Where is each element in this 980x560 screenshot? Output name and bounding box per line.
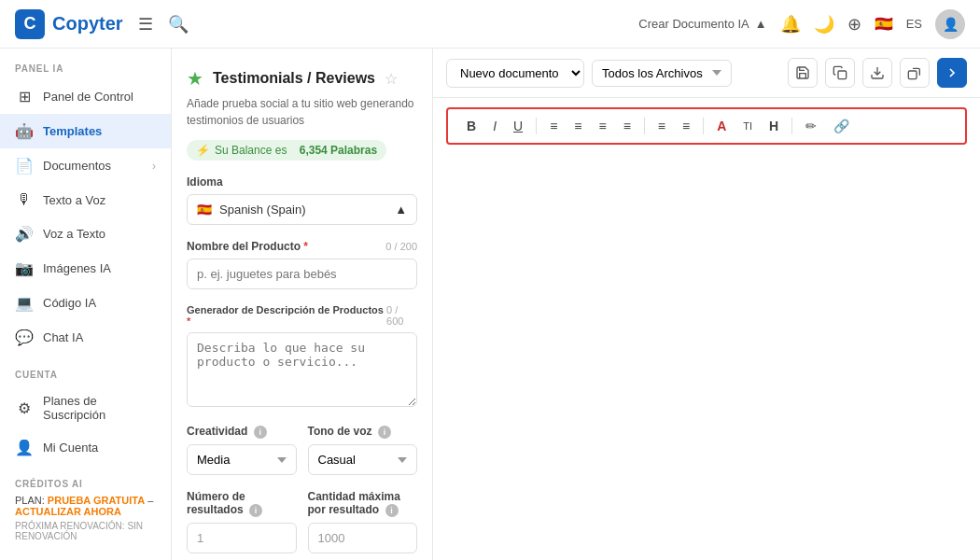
link-button[interactable]: 🔗 (828, 117, 855, 135)
sidebar-item-imagenes[interactable]: 📷 Imágenes IA (0, 251, 171, 286)
speaker-icon: 🔊 (15, 225, 34, 243)
sidebar-item-label: Planes de Suscripción (43, 394, 156, 422)
generate-button[interactable] (937, 58, 967, 88)
language-select[interactable]: 🇪🇸 Spanish (Spain) ▲ (187, 194, 417, 225)
user-icon: 👤 (15, 439, 34, 456)
notifications-icon[interactable]: 🔔 (780, 14, 801, 35)
idioma-label: Idioma (187, 175, 417, 189)
bold-button[interactable]: B (461, 117, 482, 135)
creatividad-select[interactable]: Media Baja Alta (187, 444, 297, 475)
cantidad-info-icon[interactable]: i (385, 504, 399, 517)
logo-icon: C (15, 9, 45, 39)
chevron-up-icon: ▲ (395, 203, 407, 217)
font-color-button[interactable]: A (711, 117, 732, 135)
content-area: ★ Testimonials / Reviews ☆ Añade prueba … (172, 49, 980, 560)
numero-input[interactable] (187, 523, 297, 553)
todos-archivos-select[interactable]: Todos los Archivos (592, 60, 732, 87)
plan-action-link[interactable]: ACTUALIZAR AHORA (15, 506, 121, 517)
underline-button[interactable]: U (508, 117, 528, 135)
nombre-producto-group: Nombre del Producto * 0 / 200 (187, 240, 417, 289)
sidebar-item-panel-control[interactable]: ⊞ Panel de Control (0, 79, 171, 114)
menu-icon[interactable]: ☰ (138, 14, 153, 35)
generador-textarea[interactable] (187, 332, 417, 407)
duplicate-doc-button[interactable] (900, 58, 930, 88)
code-icon: 💻 (15, 294, 34, 312)
panel-ia-label: PANEL IA (0, 49, 171, 79)
favorite-icon[interactable]: ☆ (385, 70, 398, 88)
search-icon[interactable]: 🔍 (168, 14, 189, 35)
creatividad-label: Creatividad i (187, 425, 297, 439)
sidebar: PANEL IA ⊞ Panel de Control 🤖 Templates … (0, 49, 172, 560)
plan-info: PLAN: PRUEBA GRATUITA – ACTUALIZAR AHORA (15, 495, 156, 517)
grid-icon: ⊞ (15, 88, 34, 105)
editor-format-bar: B I U ≡ ≡ ≡ ≡ ≡ ≡ A TI H ✏ 🔗 (446, 107, 967, 145)
heading-button[interactable]: H (763, 117, 784, 135)
tono-group: Tono de voz i Casual Formal Amistoso (308, 425, 418, 475)
creatividad-info-icon[interactable]: i (254, 426, 267, 439)
ai-icon: 🤖 (15, 122, 34, 140)
numero-cantidad-row: Número de resultados i Cantidad máxima p… (187, 490, 417, 560)
tono-info-icon[interactable]: i (378, 426, 391, 439)
sidebar-item-label: Texto a Voz (43, 193, 105, 207)
numero-group: Número de resultados i (187, 490, 297, 553)
sidebar-item-label: Mi Cuenta (43, 441, 98, 455)
cantidad-label: Cantidad máxima por resultado i (308, 490, 418, 517)
cantidad-input[interactable] (308, 523, 418, 553)
plans-icon: ⚙ (15, 399, 34, 417)
sidebar-item-codigo[interactable]: 💻 Código IA (0, 286, 171, 320)
balance-value: 6,354 Palabras (300, 144, 377, 157)
language-flag: 🇪🇸 (197, 203, 212, 217)
generador-counter: 0 / 600 (386, 304, 417, 327)
nombre-input[interactable] (187, 259, 417, 289)
nombre-label-row: Nombre del Producto * 0 / 200 (187, 240, 417, 253)
ordered-list-button[interactable]: ≡ (652, 117, 671, 135)
required-marker: * (301, 240, 308, 253)
template-title: Testimonials / Reviews (213, 70, 375, 87)
balance-badge: ⚡ Su Balance es 6,354 Palabras (187, 140, 386, 161)
editor-toolbar-top: Nuevo documento Todos los Archivos (433, 49, 980, 98)
topnav-left: C Copyter ☰ 🔍 (15, 9, 189, 39)
star-icon: ★ (187, 67, 203, 90)
save-doc-button[interactable] (788, 58, 818, 88)
align-justify-button[interactable]: ≡ (618, 117, 637, 135)
sidebar-item-label: Código IA (43, 296, 96, 310)
logo-name: Copyter (52, 13, 123, 35)
crear-documento-button[interactable]: Crear Documento IA ▲ (638, 17, 766, 31)
sidebar-item-planes[interactable]: ⚙ Planes de Suscripción (0, 385, 171, 430)
plan-type-link[interactable]: PRUEBA GRATUITA (48, 495, 145, 506)
sidebar-item-label: Voz a Texto (43, 227, 105, 241)
chevron-up-icon: ▲ (755, 17, 767, 31)
language-value: Spanish (Spain) (219, 203, 306, 217)
fullscreen-icon[interactable]: ⊕ (847, 14, 861, 35)
numero-label: Número de resultados i (187, 490, 297, 517)
download-doc-button[interactable] (862, 58, 892, 88)
sidebar-item-documentos[interactable]: 📄 Documentos › (0, 148, 171, 183)
svg-rect-2 (908, 71, 917, 79)
sidebar-item-chat[interactable]: 💬 Chat IA (0, 320, 171, 355)
sidebar-item-templates[interactable]: 🤖 Templates (0, 114, 171, 148)
language-select-inner: 🇪🇸 Spanish (Spain) (197, 203, 306, 217)
editor-body[interactable] (433, 154, 980, 560)
sidebar-item-voz-texto[interactable]: 🔊 Voz a Texto (0, 217, 171, 251)
align-center-button[interactable]: ≡ (568, 117, 587, 135)
align-right-button[interactable]: ≡ (593, 117, 611, 135)
sidebar-item-mi-cuenta[interactable]: 👤 Mi Cuenta (0, 430, 171, 465)
topnav: C Copyter ☰ 🔍 Crear Documento IA ▲ 🔔 🌙 ⊕… (0, 0, 980, 49)
nuevo-doc-select[interactable]: Nuevo documento (446, 59, 584, 88)
italic-button[interactable]: I (487, 117, 502, 135)
tono-select[interactable]: Casual Formal Amistoso (308, 444, 418, 475)
nombre-counter: 0 / 200 (385, 241, 417, 252)
avatar[interactable]: 👤 (935, 9, 965, 39)
align-left-button[interactable]: ≡ (544, 117, 563, 135)
sidebar-item-texto-voz[interactable]: 🎙 Texto a Voz (0, 183, 171, 217)
dark-mode-icon[interactable]: 🌙 (814, 14, 834, 35)
numero-info-icon[interactable]: i (249, 504, 262, 517)
plan-sep: – (145, 495, 153, 506)
cantidad-group: Cantidad máxima por resultado i (308, 490, 418, 553)
edit-button[interactable]: ✏ (800, 117, 822, 135)
unordered-list-button[interactable]: ≡ (677, 117, 695, 135)
form-panel: ★ Testimonials / Reviews ☆ Añade prueba … (172, 49, 433, 560)
sidebar-item-label: Documentos (43, 159, 111, 173)
copy-doc-button[interactable] (825, 58, 855, 88)
font-size-button[interactable]: TI (737, 119, 758, 133)
